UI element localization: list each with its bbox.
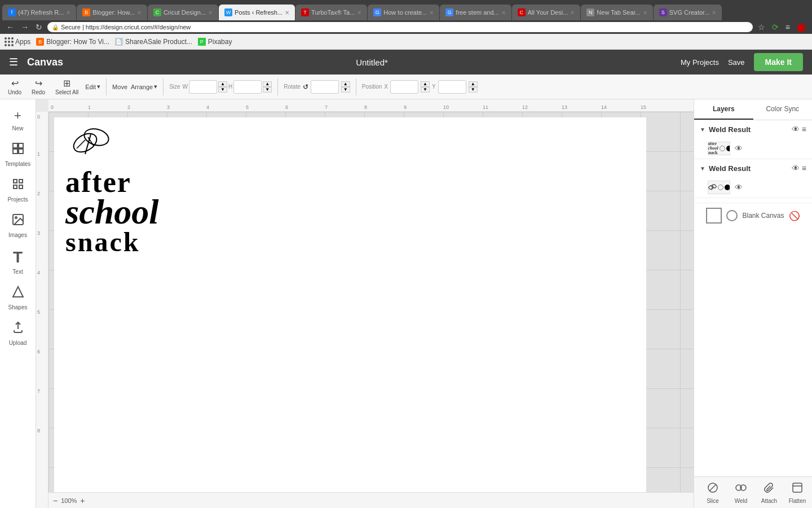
favicon-9: N (586, 8, 594, 16)
address-bar[interactable]: 🔒 Secure | https://design.cricut.com/#/d… (47, 22, 753, 32)
design-group[interactable]: after school snack (65, 123, 158, 256)
width-input[interactable] (189, 80, 217, 94)
sidebar-item-text[interactable]: T Text (0, 244, 36, 279)
y-label: Y (432, 84, 436, 90)
height-input[interactable] (233, 80, 262, 94)
height-up[interactable]: ▲ (263, 81, 272, 87)
my-projects-button[interactable]: My Projects (681, 58, 719, 67)
move-dropdown[interactable]: Move (112, 84, 127, 90)
zoom-in-button[interactable]: + (80, 496, 85, 505)
slice-button[interactable]: Slice (699, 481, 727, 504)
forward-button[interactable]: → (19, 23, 30, 32)
width-down[interactable]: ▼ (218, 87, 227, 93)
weld-item-1[interactable]: after school snack 👁 (694, 138, 812, 159)
rotate-up[interactable]: ▲ (341, 81, 350, 87)
tab-1[interactable]: f (47) Refresh R... ✕ (2, 5, 76, 20)
rotate-down[interactable]: ▼ (341, 87, 350, 93)
tab-2[interactable]: B Blogger: How... ✕ (77, 5, 147, 20)
x-input[interactable] (390, 80, 418, 94)
close-tab-9[interactable]: ✕ (643, 10, 647, 16)
bookmark-blogger[interactable]: B Blogger: How To Vi... (36, 38, 109, 46)
undo-button[interactable]: ↩ Undo (5, 77, 25, 97)
edit-dropdown[interactable]: Edit ▾ (85, 83, 100, 90)
leaf-design (65, 123, 158, 165)
close-tab-6[interactable]: ✕ (429, 10, 434, 16)
tab-4[interactable]: W Posts ‹ Refresh... ✕ (219, 5, 295, 20)
close-tab-2[interactable]: ✕ (137, 10, 142, 16)
weld-item-eye-1[interactable]: 👁 (735, 144, 743, 153)
weld-eye-1[interactable]: 👁 (792, 125, 800, 134)
width-up[interactable]: ▲ (218, 81, 227, 87)
rotate-icon: ↺ (303, 83, 308, 91)
save-button[interactable]: Save (728, 58, 745, 67)
bookmark-pixabay[interactable]: P Pixabay (198, 38, 232, 46)
weld-item-eye-2[interactable]: 👁 (735, 183, 743, 192)
zoom-level-display: 100% (61, 497, 77, 504)
apps-bookmark[interactable]: Apps (5, 37, 30, 46)
weld-button[interactable]: Weld (727, 481, 755, 504)
redo-label: Redo (32, 89, 45, 95)
close-tab-5[interactable]: ✕ (357, 10, 361, 16)
tab-3[interactable]: C Cricut Design... ✕ (148, 5, 218, 20)
tab-title-4: Posts ‹ Refresh... (235, 9, 283, 16)
height-down[interactable]: ▼ (263, 87, 272, 93)
tab-8[interactable]: C All Your Desi... ✕ (512, 5, 581, 20)
y-input[interactable] (438, 80, 466, 94)
layers-icon[interactable]: ≡ (784, 23, 792, 32)
ruler-vertical: 0 1 2 3 4 5 6 7 8 (36, 112, 48, 508)
close-tab-8[interactable]: ✕ (570, 10, 575, 16)
tab-color-sync[interactable]: Color Sync (753, 99, 813, 120)
weld-header-2[interactable]: ▼ Weld Result 👁 ≡ (694, 159, 812, 177)
sidebar-item-projects[interactable]: Projects (0, 173, 36, 207)
sidebar-item-templates[interactable]: Templates (0, 137, 36, 172)
close-tab-4[interactable]: ✕ (285, 10, 289, 16)
sidebar-item-shapes[interactable]: Shapes (0, 281, 36, 315)
hamburger-menu-button[interactable]: ☰ (9, 56, 18, 68)
menu-dots[interactable]: ⬤ (795, 23, 807, 32)
panel-content: ▼ Weld Result 👁 ≡ after school snack (694, 120, 812, 476)
tab-layers[interactable]: Layers (694, 99, 753, 120)
canvas-area: 0 1 2 3 4 5 6 7 8 9 10 11 12 13 14 15 0 … (36, 99, 694, 508)
edit-group: Edit ▾ (85, 83, 100, 90)
back-button[interactable]: ← (5, 23, 16, 32)
select-all-button[interactable]: ⊞ Select All (52, 77, 82, 97)
arrange-dropdown[interactable]: Arrange ▾ (131, 83, 157, 90)
close-tab-3[interactable]: ✕ (208, 10, 213, 16)
weld-header-1[interactable]: ▼ Weld Result 👁 ≡ (694, 120, 812, 138)
redo-button[interactable]: ↪ Redo (28, 77, 48, 97)
weld-menu-1[interactable]: ≡ (802, 125, 806, 134)
bookmark-shareasale[interactable]: 📄 ShareASale Product... (115, 38, 192, 46)
bookmark-star[interactable]: ☆ (756, 23, 767, 32)
x-down[interactable]: ▼ (421, 87, 430, 93)
make-it-button[interactable]: Make It (754, 53, 803, 71)
attach-button[interactable]: Attach (755, 481, 783, 504)
size-label: Size (169, 84, 180, 90)
canvas-inner[interactable]: after school snack (48, 112, 694, 492)
close-tab-10[interactable]: ✕ (712, 10, 716, 16)
blank-canvas-visibility[interactable]: 🚫 (789, 211, 800, 221)
weld-item-2[interactable]: 👁 (694, 177, 812, 198)
zoom-out-button[interactable]: − (53, 496, 58, 505)
sidebar-item-images[interactable]: Images (0, 208, 36, 243)
reload-button[interactable]: ↻ (34, 23, 44, 32)
sidebar-item-new[interactable]: + New (0, 104, 36, 136)
app-header: ☰ Canvas Untitled* My Projects Save Make… (0, 50, 812, 75)
y-up[interactable]: ▲ (469, 81, 478, 87)
x-up[interactable]: ▲ (421, 81, 430, 87)
tab-10[interactable]: S SVG Creator... ✕ (654, 5, 722, 20)
tab-7[interactable]: G free stem and... ✕ (440, 5, 511, 20)
y-down[interactable]: ▼ (469, 87, 478, 93)
arrange-chevron: ▾ (154, 83, 157, 90)
tab-6[interactable]: G How to create... ✕ (368, 5, 439, 20)
flatten-button[interactable]: Flatten (783, 481, 811, 504)
close-tab-7[interactable]: ✕ (501, 10, 506, 16)
close-tab-1[interactable]: ✕ (66, 10, 70, 16)
rotate-input[interactable] (311, 80, 339, 94)
tab-9[interactable]: N New Tab Sear... ✕ (581, 5, 652, 20)
toolbar-separator-3 (277, 78, 278, 95)
weld-eye-2[interactable]: 👁 (792, 164, 800, 173)
weld-menu-2[interactable]: ≡ (802, 164, 806, 173)
cricut-icon[interactable]: ⟳ (770, 23, 780, 32)
sidebar-item-upload[interactable]: Upload (0, 316, 36, 351)
tab-5[interactable]: T TurboTax® Ta... ✕ (295, 5, 367, 20)
